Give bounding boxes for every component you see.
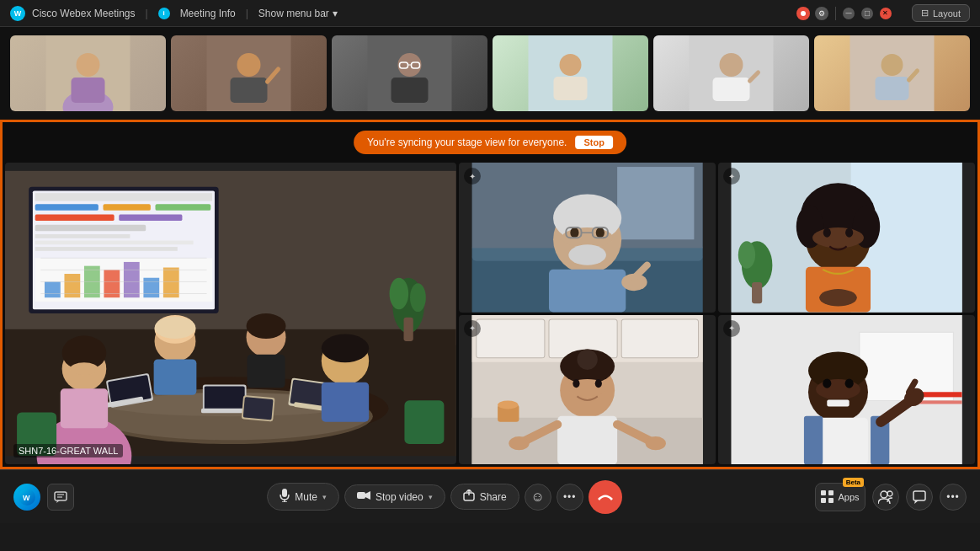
svg-rect-152 bbox=[827, 399, 849, 406]
toolbar: W Mute ▾ bbox=[0, 469, 980, 523]
star-icon-top-mid[interactable]: ✦ bbox=[464, 168, 481, 185]
svg-point-175 bbox=[887, 491, 892, 496]
svg-point-119 bbox=[845, 228, 853, 238]
svg-rect-19 bbox=[713, 78, 750, 101]
svg-point-140 bbox=[509, 436, 529, 450]
svg-rect-104 bbox=[548, 270, 625, 313]
stop-sync-button[interactable]: Stop bbox=[575, 136, 612, 149]
svg-rect-154 bbox=[804, 415, 823, 464]
svg-rect-173 bbox=[828, 498, 834, 503]
stage-cell-bot-right: ✦ bbox=[718, 315, 975, 465]
title-bar-left: W Cisco Webex Meetings | i Meeting Info … bbox=[10, 6, 338, 21]
svg-rect-145 bbox=[919, 392, 962, 397]
svg-rect-170 bbox=[821, 490, 826, 495]
svg-rect-167 bbox=[357, 492, 365, 499]
mute-chevron[interactable]: ▾ bbox=[322, 493, 327, 501]
svg-rect-87 bbox=[403, 318, 413, 341]
svg-point-150 bbox=[823, 378, 831, 388]
stop-video-button[interactable]: Stop video ▾ bbox=[344, 484, 445, 509]
thumbnail-6[interactable] bbox=[814, 35, 970, 111]
apps-button[interactable]: Beta Apps bbox=[815, 483, 865, 511]
meeting-info-label[interactable]: Meeting Info bbox=[180, 8, 236, 19]
main-stage-label: SHN7-16-GREAT WALL bbox=[13, 444, 123, 457]
svg-rect-13 bbox=[391, 78, 429, 103]
svg-point-117 bbox=[812, 227, 864, 248]
svg-rect-164 bbox=[282, 489, 287, 497]
svg-point-15 bbox=[560, 54, 582, 76]
close-button[interactable]: ✕ bbox=[880, 8, 892, 19]
svg-rect-76 bbox=[154, 359, 197, 394]
svg-point-121 bbox=[819, 289, 857, 306]
show-menu-bar-btn[interactable]: Show menu bar ▾ bbox=[258, 8, 338, 19]
emoji-button[interactable]: ☺ bbox=[525, 484, 551, 511]
toolbar-left: W bbox=[13, 484, 74, 511]
thumbnail-1[interactable] bbox=[10, 35, 166, 111]
separator-1: | bbox=[146, 8, 148, 19]
svg-rect-172 bbox=[821, 498, 826, 503]
svg-point-72 bbox=[70, 362, 99, 375]
svg-point-134 bbox=[567, 379, 608, 396]
chat-button[interactable] bbox=[47, 484, 74, 511]
star-icon-top-right[interactable]: ✦ bbox=[723, 168, 740, 185]
svg-point-130 bbox=[498, 400, 518, 409]
svg-rect-94 bbox=[617, 167, 694, 239]
toolbar-right: Beta Apps bbox=[815, 483, 967, 511]
apps-label: Apps bbox=[838, 492, 859, 502]
svg-point-149 bbox=[816, 379, 860, 399]
svg-rect-23 bbox=[876, 77, 909, 100]
layout-icon: ⊟ bbox=[921, 8, 929, 19]
svg-rect-60 bbox=[205, 386, 245, 409]
video-chevron[interactable]: ▾ bbox=[429, 493, 433, 501]
svg-rect-39 bbox=[35, 241, 194, 245]
thumbnail-4[interactable] bbox=[493, 35, 648, 111]
webex-avatar: W bbox=[13, 484, 40, 511]
settings-icon[interactable]: ⚙ bbox=[815, 7, 828, 20]
svg-point-2 bbox=[77, 53, 100, 77]
svg-rect-47 bbox=[143, 278, 159, 297]
svg-point-100 bbox=[595, 227, 604, 238]
layout-button[interactable]: ⊟ Layout bbox=[912, 4, 970, 22]
more-icon: ••• bbox=[563, 491, 577, 503]
star-icon-bot-right[interactable]: ✦ bbox=[723, 320, 740, 337]
title-bar: W Cisco Webex Meetings | i Meeting Info … bbox=[0, 0, 980, 27]
share-icon bbox=[463, 489, 475, 504]
window-controls: ⚙ bbox=[796, 7, 828, 20]
svg-rect-34 bbox=[156, 204, 211, 211]
svg-point-135 bbox=[573, 379, 579, 388]
star-icon-bot-mid[interactable]: ✦ bbox=[464, 320, 481, 337]
record-indicator bbox=[796, 7, 810, 20]
maximize-button[interactable]: □ bbox=[861, 8, 873, 19]
svg-rect-31 bbox=[35, 193, 212, 201]
more-options-button[interactable]: ••• bbox=[557, 484, 583, 511]
chat-panel-button[interactable] bbox=[906, 484, 933, 511]
svg-rect-37 bbox=[35, 225, 146, 232]
webex-logo-icon: W bbox=[10, 6, 25, 21]
svg-rect-80 bbox=[247, 355, 285, 388]
separator-2: | bbox=[246, 8, 248, 19]
svg-point-77 bbox=[155, 317, 196, 339]
mute-label: Mute bbox=[295, 491, 317, 503]
svg-rect-73 bbox=[61, 388, 108, 428]
apps-btn-inner: Apps bbox=[815, 483, 865, 511]
participants-button[interactable] bbox=[872, 484, 899, 511]
mute-button[interactable]: Mute ▾ bbox=[267, 483, 339, 511]
share-label: Share bbox=[480, 491, 507, 503]
stage-cell-top-right: ✦ bbox=[718, 163, 975, 313]
more-options-right-button[interactable]: ••• bbox=[940, 484, 967, 511]
minimize-button[interactable]: ─ bbox=[843, 8, 855, 19]
end-call-button[interactable] bbox=[589, 480, 622, 514]
svg-rect-40 bbox=[35, 247, 178, 251]
thumbnails-strip bbox=[0, 27, 980, 120]
svg-rect-127 bbox=[621, 319, 698, 358]
share-button[interactable]: Share bbox=[450, 484, 519, 510]
svg-rect-6 bbox=[231, 78, 268, 103]
svg-point-85 bbox=[390, 278, 409, 310]
svg-text:W: W bbox=[23, 494, 30, 502]
svg-point-174 bbox=[881, 491, 887, 498]
svg-rect-3 bbox=[72, 78, 105, 103]
svg-rect-176 bbox=[913, 491, 925, 500]
svg-point-86 bbox=[410, 283, 426, 312]
thumbnail-5[interactable] bbox=[653, 35, 809, 111]
thumbnail-2[interactable] bbox=[171, 35, 327, 111]
thumbnail-3[interactable] bbox=[332, 35, 487, 111]
